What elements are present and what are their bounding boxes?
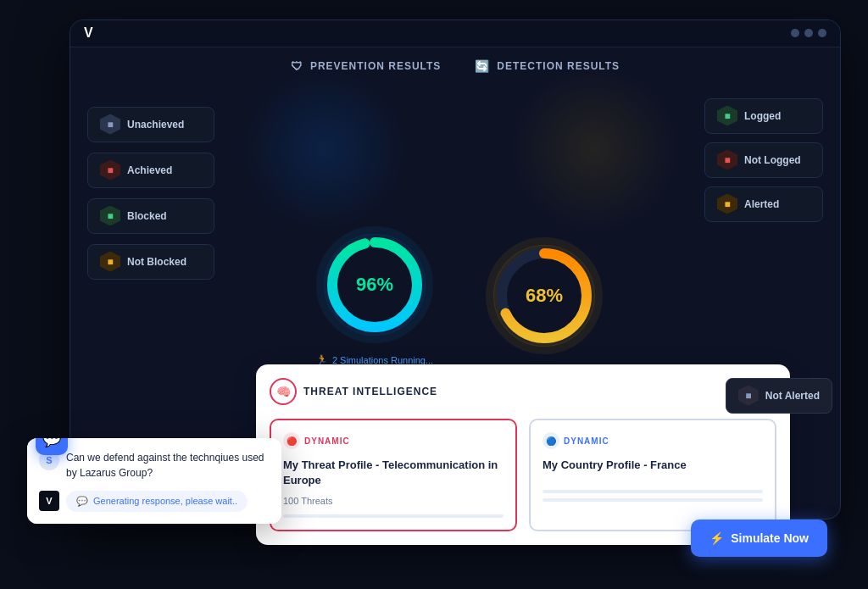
threat-card-1[interactable]: 🔴 DYNAMIC My Threat Profile - Telecommun… (270, 419, 517, 531)
chat-user-message: S Can we defend against the technqiues u… (39, 450, 270, 481)
detection-glow (509, 64, 679, 234)
simulate-label: Simulate Now (731, 531, 809, 545)
dynamic-icon-1: 🔴 (283, 432, 300, 449)
card-title-2: My Country Profile - France (542, 458, 763, 473)
window-control-dot (791, 29, 799, 37)
not-blocked-icon: ■ (100, 252, 120, 272)
threat-cards: 🔴 DYNAMIC My Threat Profile - Telecommun… (270, 419, 776, 531)
logged-icon: ■ (717, 106, 737, 126)
ai-logo: V (39, 491, 59, 511)
legend-unachieved[interactable]: ■ Unachieved (87, 107, 214, 142)
card-bar-1 (283, 514, 504, 518)
legend-logged[interactable]: ■ Logged (704, 98, 823, 134)
threat-title: THREAT INTELLIGENCE (303, 386, 437, 397)
dynamic-badge-1: 🔴 DYNAMIC (283, 432, 504, 449)
window-controls (791, 29, 826, 37)
dynamic-label-2: DYNAMIC (564, 436, 609, 446)
prevention-chart: 96% 🏃 2 Simulations Running... (315, 225, 434, 365)
prevention-glow (240, 64, 409, 234)
chat-spin-icon: 💬 (76, 496, 88, 507)
achieved-icon: ■ (100, 160, 120, 181)
run-icon: 🏃 (316, 354, 328, 365)
not-logged-icon: ■ (717, 150, 737, 170)
not-alerted-label: Not Alerted (765, 390, 820, 402)
threat-header: 🧠 THREAT INTELLIGENCE (270, 378, 776, 405)
legend-blocked[interactable]: ■ Blocked (87, 198, 214, 234)
legend-not-blocked[interactable]: ■ Not Blocked (87, 244, 214, 280)
threat-intel-icon: 🧠 (270, 378, 297, 405)
threat-card-2[interactable]: 🔵 DYNAMIC My Country Profile - France (529, 419, 776, 531)
achieved-label: Achieved (127, 164, 172, 176)
top-tabs: 🛡 PREVENTION RESULTS 🔄 DETECTION RESULTS (70, 47, 840, 81)
chat-response: V 💬 Generating response, please wait.. (39, 491, 270, 512)
detection-donut: 68% (485, 236, 604, 355)
simulations-text: 🏃 2 Simulations Running... (316, 354, 433, 365)
alerted-icon: ■ (717, 194, 737, 214)
chat-panel: 💬 S Can we defend against the technqiues… (27, 438, 281, 524)
threat-panel: 🧠 THREAT INTELLIGENCE 🔴 DYNAMIC My Threa… (256, 364, 790, 544)
chat-message-text: Can we defend against the technqiues use… (66, 450, 270, 481)
window-control-dot (818, 29, 826, 37)
legend-achieved[interactable]: ■ Achieved (87, 153, 214, 188)
unachieved-icon: ■ (100, 114, 120, 135)
window-titlebar: V (70, 20, 840, 47)
window-control-dot (804, 29, 813, 37)
simulate-now-button[interactable]: ⚡ Simulate Now (691, 520, 827, 557)
detection-percentage: 68% (526, 285, 563, 307)
card-subtitle-1: 100 Threats (283, 496, 504, 506)
legend-not-logged[interactable]: ■ Not Logged (704, 142, 823, 178)
app-logo: V (84, 25, 93, 41)
blocked-label: Blocked (127, 210, 167, 222)
dynamic-icon-2: 🔵 (542, 432, 559, 449)
generating-indicator: 💬 Generating response, please wait.. (66, 491, 248, 512)
alerted-label: Alerted (744, 198, 779, 210)
not-logged-label: Not Logged (744, 154, 801, 166)
legend-alerted[interactable]: ■ Alerted (704, 186, 823, 222)
prevention-percentage: 96% (356, 274, 393, 296)
generating-text: Generating response, please wait.. (93, 496, 237, 506)
dynamic-label-1: DYNAMIC (304, 436, 350, 446)
card-title-1: My Threat Profile - Telecommunication in… (283, 458, 504, 488)
detection-chart: 68% (485, 236, 604, 355)
card-bar-2 (542, 490, 763, 493)
blocked-icon: ■ (100, 206, 120, 226)
detection-icon: 🔄 (475, 59, 490, 73)
logged-label: Logged (744, 110, 781, 122)
chat-toggle-button[interactable]: 💬 (36, 438, 68, 455)
card-bar-3 (542, 498, 763, 502)
not-alerted-icon: ■ (738, 386, 759, 406)
simulate-icon: ⚡ (709, 531, 724, 545)
dynamic-badge-2: 🔵 DYNAMIC (542, 432, 763, 449)
not-blocked-label: Not Blocked (127, 256, 186, 268)
prevention-donut: 96% (315, 225, 434, 344)
not-alerted-badge: ■ Not Alerted (726, 378, 832, 414)
unachieved-label: Unachieved (127, 119, 184, 131)
